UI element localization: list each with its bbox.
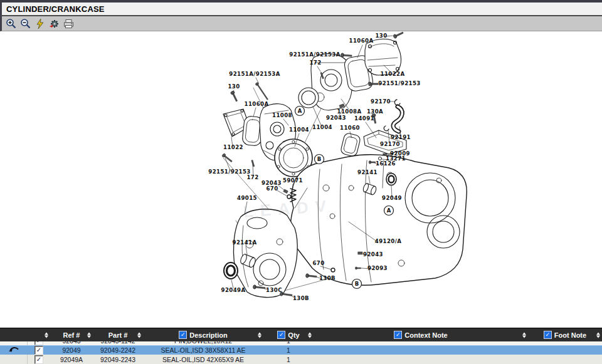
cell-part: 92049-2242 [93, 346, 143, 355]
part-number-label[interactable]: 49120/A [375, 238, 402, 244]
cell-context-note [314, 341, 528, 345]
header-qty[interactable]: ✓ Qty [263, 328, 314, 341]
header-context-note[interactable]: ✓ Context Note [314, 328, 528, 341]
sort-icon-select[interactable] [45, 332, 48, 338]
part-number-label[interactable]: 92151A/92153A [229, 71, 280, 77]
part-number-label[interactable]: 92043 [326, 115, 346, 121]
part-number-label[interactable]: 11060A [245, 101, 269, 107]
table-row-selected[interactable]: ✓ 92049 92049-2242 SEAL-OIL,ISD 38X58X11… [0, 345, 602, 355]
callout-B[interactable]: B [352, 279, 362, 289]
part-number-label[interactable]: 172 [246, 174, 258, 180]
cell-qty: 1 [263, 341, 314, 345]
header-foot-note-label: Foot Note [554, 331, 586, 339]
sort-icon-part[interactable] [137, 332, 141, 338]
header-description[interactable]: ✓ Description [143, 328, 263, 341]
cell-part: 92043-1142 [93, 341, 143, 345]
row-checkbox[interactable]: ✓ [34, 341, 43, 345]
cell-description: PIN,DOWEL,10X12 [143, 341, 263, 345]
header-qty-label: Qty [288, 331, 299, 339]
callout-B[interactable]: B [315, 155, 324, 164]
cell-ref: 92043 [50, 341, 93, 345]
part-number-label[interactable]: 92151/92153 [208, 169, 250, 175]
cell-foot-note [528, 341, 602, 345]
sort-icon-description[interactable] [258, 332, 261, 338]
part-number-label[interactable]: 92141A [233, 239, 257, 246]
part-number-label[interactable]: 11060A [349, 38, 374, 44]
header-select-column [28, 328, 50, 341]
description-column-checkbox[interactable]: ✓ [179, 331, 187, 339]
row-checkbox[interactable]: ✓ [34, 346, 43, 355]
part-number-label[interactable]: 14091 [354, 115, 374, 122]
part-number-label[interactable]: 11004 [289, 127, 309, 133]
part-number-label[interactable]: 172 [309, 60, 321, 66]
cell-qty: 1 [263, 355, 314, 364]
part-number-label[interactable]: 11022 [223, 144, 243, 150]
flash-view-icon[interactable] [34, 18, 46, 29]
diagram-toolbar [0, 16, 602, 31]
undo-arrow-icon[interactable] [8, 346, 19, 355]
sort-icon-qty[interactable] [308, 332, 312, 338]
part-number-label[interactable]: 11008A [337, 108, 362, 115]
sort-icon-ref[interactable] [87, 332, 91, 338]
part-number-label[interactable]: 49015 [237, 195, 257, 201]
cell-ref: 92049 [50, 346, 93, 355]
header-foot-note[interactable]: ✓ Foot Note [528, 328, 602, 341]
callout-A[interactable]: A [295, 107, 305, 116]
part-number-label[interactable]: 11060 [340, 125, 360, 131]
cell-foot-note [528, 355, 602, 364]
part-number-label[interactable]: 11004 [312, 124, 332, 130]
table-row[interactable]: ✓ 92049A 92049-2243 SEAL-OIL,ISD 42X65X9… [0, 355, 602, 364]
cell-description: SEAL-OIL,ISD 42X65X9 AE [143, 355, 263, 364]
sort-icon-foot-note[interactable] [596, 332, 600, 338]
part-number-label[interactable]: 92043 [363, 251, 383, 257]
part-number-label[interactable]: 670 [266, 185, 278, 192]
diagram-canvas: LEADV [0, 31, 602, 328]
qty-column-checkbox[interactable]: ✓ [277, 331, 285, 339]
part-number-label[interactable]: 92151A/92153A [289, 51, 340, 58]
header-ref-label: Ref # [63, 331, 80, 339]
part-number-label[interactable]: 670 [312, 260, 324, 266]
part-number-label[interactable]: 92170 [380, 141, 400, 147]
header-ref[interactable]: Ref # [50, 328, 93, 341]
page-titlebar: CYLINDER/CRANKCASE [0, 0, 602, 16]
context-note-column-checkbox[interactable]: ✓ [394, 331, 402, 339]
zoom-out-icon[interactable] [19, 18, 31, 29]
related-parts-icon[interactable] [48, 18, 60, 29]
foot-note-column-checkbox[interactable]: ✓ [544, 331, 552, 339]
print-icon[interactable] [63, 18, 75, 29]
svg-text:A: A [387, 207, 391, 214]
cell-qty: 1 [263, 346, 314, 355]
sort-icon-context-note[interactable] [522, 332, 526, 338]
part-number-label[interactable]: 92170 [371, 98, 391, 105]
table-header-row: Ref # Part # ✓ Description ✓ Qty ✓ Conte… [0, 328, 602, 341]
header-part[interactable]: Part # [93, 328, 143, 341]
cell-part: 92049-2243 [93, 355, 143, 364]
part-number-label[interactable]: 130B [319, 275, 335, 281]
part-number-label[interactable]: 130 [228, 83, 240, 90]
cell-context-note [314, 355, 528, 364]
callout-A[interactable]: A [384, 206, 394, 216]
part-number-label[interactable]: 130B [293, 295, 309, 301]
part-number-label[interactable]: 130C [266, 287, 282, 293]
part-number-label[interactable]: 92093 [367, 265, 388, 271]
part-number-label[interactable]: 92049 [382, 195, 402, 201]
svg-text:B: B [317, 156, 321, 162]
cell-description: SEAL-OIL,ISD 38X58X11 AE [143, 346, 263, 355]
zoom-in-icon[interactable] [5, 18, 17, 29]
table-row-partial[interactable]: ✓ 92043 92043-1142 PIN,DOWEL,10X12 1 [0, 341, 602, 345]
page-title: CYLINDER/CRANKCASE [2, 4, 105, 14]
part-number-label[interactable]: 92191 [391, 134, 411, 140]
part-number-label[interactable]: 92141 [357, 169, 378, 175]
part-number-label[interactable]: 59071 [283, 177, 303, 184]
part-number-label[interactable]: 92049A [221, 287, 246, 293]
header-tools-column [0, 328, 28, 341]
part-number-label[interactable]: 16126 [376, 160, 396, 167]
part-number-label[interactable]: 92151/92153 [378, 80, 420, 86]
row-checkbox[interactable]: ✓ [34, 355, 43, 364]
part-number-label[interactable]: 130A [367, 108, 383, 115]
part-number-label[interactable]: 11022A [381, 71, 405, 77]
part-number-label[interactable]: 130 [375, 33, 387, 39]
cell-context-note [314, 346, 528, 355]
part-number-label[interactable]: 11008 [272, 112, 292, 118]
cell-ref: 92049A [50, 355, 93, 364]
